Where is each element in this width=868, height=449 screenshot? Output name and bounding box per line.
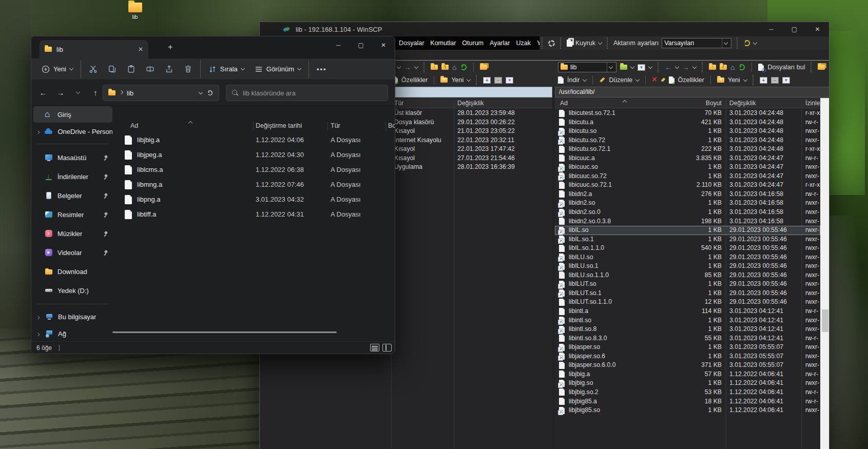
chevron-down-icon[interactable] [675, 64, 679, 68]
remote-file-row[interactable]: libjasper.so.6 1 KB 3.01.2023 05:55:07 r… [555, 352, 820, 361]
remote-file-row[interactable]: libicutu.so.72 1 KB 3.01.2023 04:24:48 r… [555, 136, 820, 145]
column-header-date[interactable]: Değiştirme tarihi [256, 122, 302, 129]
chevron-right-icon[interactable] [36, 313, 41, 321]
chevron-right-icon[interactable] [36, 128, 40, 135]
back-icon[interactable] [665, 63, 672, 71]
gear-icon[interactable] [548, 40, 555, 47]
select-minus-icon[interactable] [494, 77, 502, 84]
home-icon[interactable] [730, 63, 735, 71]
column-header-date[interactable]: Değişiklik [457, 100, 484, 107]
remote-file-row[interactable]: libjbig.so.2 53 KB 1.12.2022 04:06:41 rw… [555, 388, 820, 397]
remote-file-row[interactable]: libicutest.so.72.1 70 KB 3.01.2023 04:24… [555, 109, 820, 118]
chevron-down-icon[interactable] [743, 77, 747, 81]
column-header-type[interactable]: Tür [394, 100, 403, 107]
toolbar-grip[interactable] [476, 75, 477, 85]
filter-icon[interactable] [506, 77, 513, 84]
remote-file-row[interactable]: libILU.so.1 1 KB 29.01.2023 00:55:46 rwx… [555, 262, 820, 271]
explorer-tabbar[interactable]: lib ✕ + ─ ▢ ✕ [31, 36, 395, 58]
delete-icon[interactable] [652, 76, 657, 84]
queue-icon[interactable] [567, 40, 572, 47]
chevron-right-icon[interactable] [36, 330, 41, 338]
sync-icon[interactable] [743, 40, 750, 47]
combo-dropdown-icon[interactable] [607, 63, 614, 72]
remote-file-row[interactable]: libjasper.so.6.0.0 371 KB 3.01.2023 05:5… [555, 361, 820, 370]
find-files-icon[interactable] [758, 64, 764, 71]
tab-close-icon[interactable]: ✕ [138, 46, 143, 53]
toolbar-grip[interactable] [811, 62, 812, 72]
file-row[interactable]: libtiff.a 1.12.2022 04:31 A Dosyası [114, 207, 395, 222]
sidebar-item[interactable]: Bu bilgisayar [33, 308, 112, 325]
edit-label[interactable]: Düzenle [609, 76, 632, 84]
remote-file-row[interactable]: libILU.so 1 KB 29.01.2023 00:55:46 rwxr- [555, 253, 820, 262]
refresh-icon[interactable] [207, 90, 213, 96]
remote-file-row[interactable]: libidn2.so.0 1 KB 3.01.2023 04:16:58 rwx… [555, 208, 820, 217]
folder-copy-icon[interactable] [818, 65, 825, 70]
scrollbar-thumb[interactable] [822, 309, 828, 332]
remote-file-row[interactable]: libicuuc.so 1 KB 3.01.2023 04:24:47 rwxr… [555, 163, 820, 172]
remote-file-row[interactable]: libicutu.so 1 KB 3.01.2023 04:24:48 rwxr… [555, 127, 820, 136]
remote-file-row[interactable]: libjbig85.a 18 KB 1.12.2022 04:06:41 rw-… [555, 397, 820, 406]
remote-file-row[interactable]: libintl.so.8 1 KB 3.01.2023 04:12:41 rwx… [555, 325, 820, 334]
select-plus-icon[interactable] [760, 77, 767, 84]
local-properties-label[interactable]: Özellikler [401, 76, 428, 84]
breadcrumb-folder[interactable]: lib [127, 89, 133, 97]
find-files-label[interactable]: Dosyaları bul [767, 64, 805, 71]
remote-file-row[interactable]: libidn2.so.0.3.8 198 KB 3.01.2023 04:16:… [555, 217, 820, 226]
sidebar-item[interactable]: Yedek (D:) [33, 281, 112, 300]
file-row[interactable]: libmng.a 1.12.2022 07:46 A Dosyası [114, 178, 395, 192]
folder-up-icon[interactable] [431, 65, 438, 70]
file-row[interactable]: libjpeg.a 1.12.2022 04:30 A Dosyası [114, 148, 395, 163]
remote-file-row[interactable]: libintl.so.8.3.0 55 KB 3.01.2023 04:12:4… [555, 334, 820, 343]
sidebar-item[interactable]: Müzikler [33, 224, 112, 243]
sidebar-item[interactable]: Resimler [33, 205, 112, 224]
remote-file-row[interactable]: libjbig.a 57 KB 1.12.2022 04:06:41 rw-r- [555, 370, 820, 379]
remote-file-row[interactable]: libidn2.so 1 KB 3.01.2023 04:16:58 rwxr- [555, 199, 820, 208]
column-header-size[interactable]: Boyut [388, 122, 395, 129]
delete-button[interactable] [179, 61, 198, 77]
folder-up-icon[interactable] [709, 65, 716, 70]
search-box[interactable]: lib klasöründe ara [226, 85, 388, 101]
remote-file-row[interactable]: libjbig.so 1 KB 1.12.2022 04:06:41 rwxr- [555, 379, 820, 388]
queue-label[interactable]: Kuyruk [575, 40, 595, 47]
transfer-settings-combo[interactable]: Varsayılan [662, 38, 731, 48]
remote-file-row[interactable]: libicuuc.so.72.1 2.110 KB 3.01.2023 04:2… [555, 181, 820, 190]
select-minus-icon[interactable] [771, 77, 779, 84]
file-row[interactable]: libpng.a 3.01.2023 04:32 A Dosyası [114, 192, 395, 207]
remote-file-row[interactable]: libILU.so.1.1.0 85 KB 29.01.2023 00:55:4… [555, 271, 820, 280]
folder-root-icon[interactable] [720, 65, 727, 70]
chevron-down-icon[interactable] [692, 64, 697, 68]
toolbar-grip[interactable] [753, 75, 754, 85]
remote-file-row[interactable]: libicutu.a 421 KB 3.01.2023 04:24:48 rw-… [555, 118, 820, 127]
column-header-name[interactable]: Ad [130, 122, 138, 129]
refresh-icon[interactable] [738, 64, 745, 71]
maximize-icon[interactable]: ▢ [350, 36, 372, 54]
breadcrumb[interactable]: lib [103, 85, 219, 101]
chevron-down-icon[interactable] [753, 40, 757, 44]
rename-icon[interactable] [660, 77, 665, 82]
tab-lib[interactable]: lib ✕ [40, 40, 148, 58]
share-button[interactable] [160, 61, 179, 77]
edit-icon[interactable] [600, 77, 605, 83]
forward-icon[interactable] [682, 63, 689, 71]
toolbar-grip[interactable] [423, 62, 425, 72]
chevron-down-icon[interactable] [635, 77, 640, 81]
remote-file-row[interactable]: libjasper.so 1 KB 3.01.2023 05:55:07 rwx… [555, 343, 820, 352]
properties-icon[interactable] [669, 76, 674, 84]
chevron-down-icon[interactable] [630, 64, 634, 68]
sidebar-item[interactable]: Videolar [33, 243, 112, 262]
new-button[interactable]: Yeni [36, 61, 78, 77]
history-chevron-icon[interactable] [69, 85, 87, 101]
download-label[interactable]: İndir [567, 76, 580, 84]
column-header-size[interactable]: Boyut [655, 100, 722, 107]
menu-item[interactable]: Ayarlar [487, 37, 513, 49]
menu-item[interactable]: Oturum [459, 37, 487, 49]
chevron-down-icon[interactable] [598, 40, 602, 44]
new-folder-icon[interactable] [440, 77, 448, 83]
select-plus-icon[interactable] [483, 77, 491, 84]
menu-item[interactable]: Komutlar [427, 37, 459, 49]
remote-path-bar[interactable]: /usr/local/lib/ [555, 87, 830, 97]
column-header-perms[interactable]: İzinler [805, 100, 822, 107]
remote-scrollbar[interactable] [820, 98, 830, 449]
new-folder-icon[interactable] [717, 77, 724, 83]
sidebar-item[interactable]: OneDrive - Persona [33, 123, 112, 140]
